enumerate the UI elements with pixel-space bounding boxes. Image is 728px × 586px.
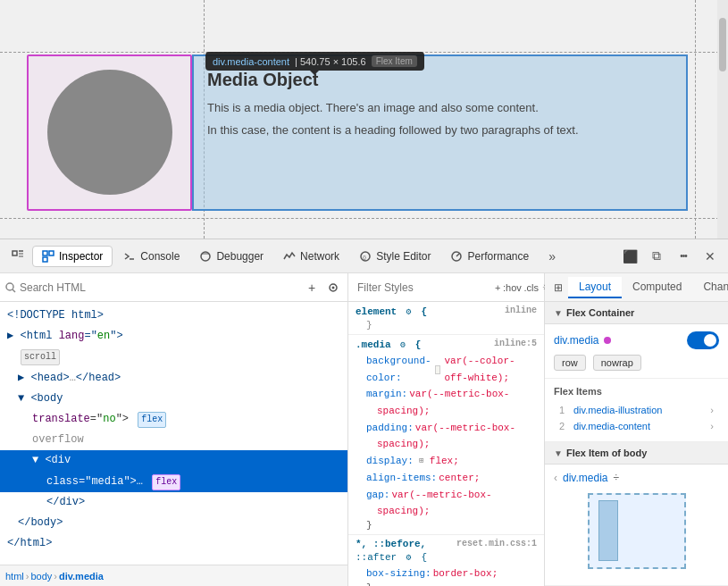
media-settings-icon[interactable]: ⚙ [397, 339, 409, 351]
html-node-body-close[interactable]: </body> [0, 513, 347, 533]
css-rule-element: element ⚙ { inline } [348, 302, 544, 335]
add-css-rule-button[interactable]: + [495, 280, 500, 296]
html-node-scroll-badge[interactable]: scroll [0, 347, 347, 367]
flex-item-name-1: div.media-illustration [573, 405, 710, 415]
styles-tabs: ⊞ Layout Computed Changes Fonts Animatio… [545, 273, 728, 302]
svg-rect-0 [13, 251, 17, 255]
flex-item-name-2: div.media-content [573, 421, 710, 431]
flex-prop-row: row [554, 355, 586, 371]
html-node-head[interactable]: ▶ <head>…</head> [0, 368, 347, 389]
flex-items-section: Flex Items 1 div.media-illustration › 2 … [545, 379, 728, 442]
css-rules-area: element ⚙ { inline } .media ⚙ { inline:5 [348, 302, 544, 586]
css-rule-universal: *, ::before, reset.min.css:1 ::after ⚙ {… [348, 535, 544, 586]
media-paragraph-1: This is a media object. There's an image… [207, 99, 673, 117]
chevron-right-icon-1: › [710, 405, 714, 415]
svg-point-13 [6, 283, 13, 290]
css-prop-gap-cont: spacing); [356, 503, 537, 520]
tab-layout-icon[interactable]: ⊞ [548, 278, 568, 297]
preview-scrollbar[interactable] [717, 0, 728, 239]
flex-container-content: div.media row nowrap [545, 324, 728, 379]
html-node-html[interactable]: ▶ <html lang="en"> [0, 326, 347, 347]
html-node-translate[interactable]: translate="no"> flex [0, 409, 347, 430]
html-breadcrumb: html › body › div.media [0, 565, 347, 586]
css-rule-universal-close: } [356, 582, 537, 586]
svg-rect-6 [49, 251, 54, 255]
tab-style-editor[interactable]: {} Style Editor [350, 247, 439, 266]
tooltip-badge: Flex Item [372, 55, 417, 67]
css-rule-media: .media ⚙ { inline:5 background-color: va… [348, 335, 544, 535]
css-filter-input[interactable] [357, 281, 491, 294]
svg-text:{}: {} [363, 255, 366, 260]
pick-element-button[interactable] [324, 279, 342, 297]
devtools-body: + <!DOCTYPE html> ▶ <html lang="en"> [0, 273, 728, 586]
inspector-pick-button[interactable] [5, 244, 30, 269]
css-prop-margin-cont: spacing); [356, 403, 537, 420]
settings-icon[interactable]: ⚙ [403, 306, 415, 318]
flex-toggle[interactable] [687, 331, 719, 349]
devtools-toolbar: Inspector Console Debugger Network [0, 239, 728, 273]
dropdown-icon[interactable]: ÷ [613, 472, 619, 484]
layout-content: ▼ Flex Container div.media row nowrap [545, 302, 728, 586]
tab-network[interactable]: Network [274, 247, 348, 266]
html-node-class-media[interactable]: class="media">… flex [0, 472, 347, 492]
css-prop-gap: gap: var(--metric-box- [356, 487, 537, 504]
svg-rect-5 [43, 257, 47, 262]
html-node-div-media[interactable]: ▼ <div [0, 450, 347, 471]
flex-icon: ⊞ [415, 455, 428, 467]
scrollbar-thumb[interactable] [719, 18, 726, 71]
after-settings-icon[interactable]: ⚙ [403, 551, 415, 564]
overflow-menu-button[interactable]: ••• [671, 244, 696, 269]
tab-computed[interactable]: Computed [622, 277, 692, 298]
css-prop-padding: padding: var(--metric-box- [356, 420, 537, 437]
css-selector-element: element ⚙ { inline [356, 306, 537, 318]
tooltip-dims: | 540.75 × 105.6 [295, 56, 366, 67]
flex-breadcrumb-row: ‹ div.media ÷ [554, 472, 719, 484]
html-node-div-close[interactable]: </div> [0, 492, 347, 513]
tab-console[interactable]: Console [114, 247, 188, 266]
hov-button[interactable]: :hov [504, 280, 520, 296]
flex-prop-nowrap: nowrap [593, 355, 641, 371]
breadcrumb-html[interactable]: html [5, 571, 24, 582]
html-node-overflow[interactable]: overflow [0, 430, 347, 450]
flex-item-of-body-content: ‹ div.media ÷ [545, 465, 728, 586]
back-arrow-icon[interactable]: ‹ [554, 472, 557, 484]
flex-props: row nowrap [554, 355, 719, 371]
breadcrumb-body[interactable]: body [30, 571, 52, 582]
flex-item-1[interactable]: 1 div.media-illustration › [554, 402, 719, 418]
media-object-preview: Media Object This is a media object. The… [27, 52, 688, 213]
chevron-down-icon: ▼ [554, 308, 563, 318]
tab-performance[interactable]: Performance [441, 247, 538, 266]
flex-item-of-body-header[interactable]: ▼ Flex Item of body [545, 442, 728, 465]
close-devtools-button[interactable]: ✕ [698, 244, 723, 269]
html-node-doctype[interactable]: <!DOCTYPE html> [0, 306, 347, 326]
flex-items-label: Flex Items [554, 386, 719, 397]
css-selector-media: .media ⚙ { inline:5 [356, 339, 537, 351]
css-filter-bar: + :hov .cls ☀ ☾ ☰ [348, 273, 544, 302]
search-html-input[interactable] [20, 281, 299, 294]
tab-layout[interactable]: Layout [568, 277, 622, 298]
undock-button[interactable]: ⧉ [644, 244, 669, 269]
flex-item-2[interactable]: 2 div.media-content › [554, 418, 719, 434]
css-prop-margin: margin: var(--metric-box- [356, 386, 537, 403]
devtools-panel: Inspector Console Debugger Network [0, 239, 728, 586]
cls-button[interactable]: .cls [523, 280, 539, 296]
html-node-body[interactable]: ▼ <body [0, 389, 347, 409]
svg-rect-4 [43, 251, 47, 255]
css-selector-after: ::after ⚙ { [356, 551, 537, 564]
flex-container-header[interactable]: ▼ Flex Container [545, 302, 728, 324]
preview-area: Media Object This is a media object. The… [0, 0, 728, 239]
tab-debugger[interactable]: Debugger [190, 247, 272, 266]
flex-element-name: div.media [554, 334, 598, 347]
flex-container-label: Flex Container [566, 307, 634, 318]
html-node-html-close[interactable]: </html> [0, 533, 347, 554]
styles-panel: ⊞ Layout Computed Changes Fonts Animatio… [545, 273, 728, 586]
css-prop-box-sizing: box-sizing: border-box; [356, 565, 537, 582]
tab-changes[interactable]: Changes [692, 277, 728, 298]
search-icon [5, 282, 16, 293]
add-rule-button[interactable]: + [303, 279, 321, 297]
dock-button[interactable]: ⬛ [617, 244, 642, 269]
tab-inspector[interactable]: Inspector [32, 246, 113, 267]
more-tools-button[interactable]: » [540, 244, 565, 269]
chevron-right-icon-2: › [710, 421, 714, 431]
breadcrumb-div-media[interactable]: div.media [59, 571, 104, 582]
